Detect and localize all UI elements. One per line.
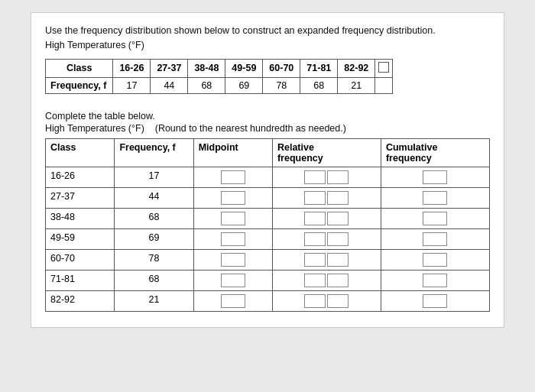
row-relative-6[interactable] <box>272 290 381 311</box>
table-row: 82-9221 <box>46 290 490 311</box>
table-row: 16-2617 <box>46 167 490 187</box>
row-cumulative-5[interactable] <box>381 270 489 290</box>
row-class-4: 60-70 <box>46 249 115 270</box>
row-relative-5[interactable] <box>272 270 381 290</box>
complete-label: Complete the table below. <box>45 111 490 121</box>
row-midpoint-6[interactable] <box>193 290 272 311</box>
freq-val-6070: 78 <box>263 77 300 93</box>
table-row: 60-7078 <box>46 249 490 270</box>
row-cumulative-1[interactable] <box>381 187 489 208</box>
instruction-line2: High Temperatures (°F) <box>45 40 144 50</box>
row-midpoint-3[interactable] <box>193 228 272 249</box>
bottom-header-cumulative: Cumulativefrequency <box>381 138 489 167</box>
subtitle-prefix: High Temperatures (°F) <box>45 123 144 134</box>
row-midpoint-4[interactable] <box>193 249 272 270</box>
freq-val-8292: 21 <box>338 77 375 93</box>
bottom-expanded-table: Class Frequency, f Midpoint Relativefreq… <box>45 138 490 312</box>
instructions: Use the frequency distribution shown bel… <box>45 24 490 53</box>
top-checkbox-cell[interactable] <box>375 59 393 77</box>
row-freq-3: 69 <box>115 228 193 249</box>
row-freq-4: 78 <box>115 249 193 270</box>
row-cumulative-6[interactable] <box>381 290 489 311</box>
top-class-header: Class <box>46 59 113 77</box>
table-row: 49-5969 <box>46 228 490 249</box>
row-freq-5: 68 <box>115 270 193 290</box>
row-midpoint-0[interactable] <box>193 167 272 187</box>
row-class-2: 38-48 <box>46 208 115 228</box>
freq-val-3848: 68 <box>188 77 225 93</box>
table-row: 27-3744 <box>46 187 490 208</box>
row-freq-2: 68 <box>115 208 193 228</box>
row-class-3: 49-59 <box>46 228 115 249</box>
row-class-6: 82-92 <box>46 290 115 311</box>
row-freq-1: 44 <box>115 187 193 208</box>
row-cumulative-4[interactable] <box>381 249 489 270</box>
top-class-8292: 82-92 <box>338 59 375 77</box>
row-relative-1[interactable] <box>272 187 381 208</box>
top-frequency-table: Class 16-26 27-37 38-48 49-59 60-70 71-8… <box>45 59 393 94</box>
bottom-header-relative: Relativefrequency <box>272 138 381 167</box>
row-class-1: 27-37 <box>46 187 115 208</box>
freq-val-2737: 44 <box>151 77 188 93</box>
top-class-4959: 49-59 <box>225 59 263 77</box>
row-relative-2[interactable] <box>272 208 381 228</box>
freq-row-label: Frequency, f <box>46 77 113 93</box>
row-class-0: 16-26 <box>46 167 115 187</box>
instruction-line1: Use the frequency distribution shown bel… <box>45 25 436 36</box>
row-midpoint-2[interactable] <box>193 208 272 228</box>
row-relative-0[interactable] <box>272 167 381 187</box>
row-cumulative-2[interactable] <box>381 208 489 228</box>
bottom-header-class: Class <box>46 138 115 167</box>
freq-empty-cell <box>375 77 393 93</box>
bottom-header-midpoint: Midpoint <box>193 138 272 167</box>
complete-subtitle: High Temperatures (°F) (Round to the nea… <box>45 123 490 134</box>
top-class-1626: 16-26 <box>113 59 151 77</box>
main-page: Use the frequency distribution shown bel… <box>31 12 504 328</box>
row-cumulative-3[interactable] <box>381 228 489 249</box>
table-row: 71-8168 <box>46 270 490 290</box>
bottom-header-freq: Frequency, f <box>115 138 193 167</box>
freq-val-4959: 69 <box>225 77 263 93</box>
row-relative-4[interactable] <box>272 249 381 270</box>
subtitle-note: (Round to the nearest hundredth as neede… <box>155 123 346 134</box>
row-relative-3[interactable] <box>272 228 381 249</box>
row-midpoint-1[interactable] <box>193 187 272 208</box>
top-class-3848: 38-48 <box>188 59 225 77</box>
row-freq-0: 17 <box>115 167 193 187</box>
top-class-2737: 27-37 <box>151 59 188 77</box>
table-row: 38-4868 <box>46 208 490 228</box>
row-cumulative-0[interactable] <box>381 167 489 187</box>
top-class-7181: 71-81 <box>300 59 338 77</box>
row-midpoint-5[interactable] <box>193 270 272 290</box>
row-class-5: 71-81 <box>46 270 115 290</box>
row-freq-6: 21 <box>115 290 193 311</box>
freq-val-1626: 17 <box>113 77 151 93</box>
top-class-6070: 60-70 <box>263 59 300 77</box>
freq-val-7181: 68 <box>300 77 338 93</box>
